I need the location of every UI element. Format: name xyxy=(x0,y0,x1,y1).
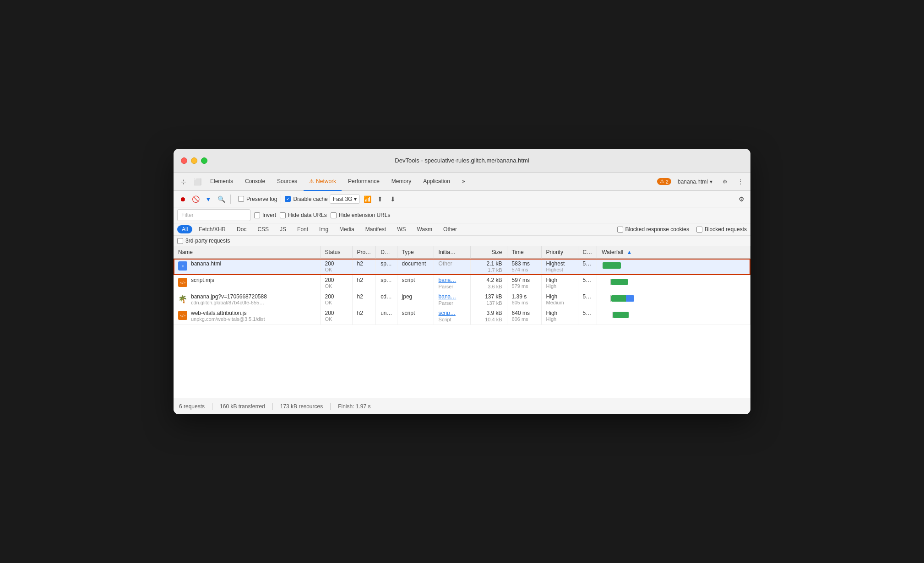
filter-fetch-xhr[interactable]: Fetch/XHR xyxy=(194,225,230,233)
filter-js[interactable]: JS xyxy=(275,225,291,233)
tab-application[interactable]: Application xyxy=(418,173,456,191)
table-row[interactable]: </> web-vitals.attribution.js unpkg.com/… xyxy=(174,308,750,325)
close-button[interactable] xyxy=(181,157,187,164)
waterfall-tick-row2 xyxy=(610,279,611,285)
row2-initiator-cell: bana… Parser xyxy=(434,275,470,292)
row1-waterfall-cell xyxy=(597,259,750,276)
maximize-button[interactable] xyxy=(201,157,207,164)
filter-other[interactable]: Other xyxy=(439,225,462,233)
filter-doc[interactable]: Doc xyxy=(232,225,251,233)
col-time[interactable]: Time xyxy=(507,246,541,259)
current-page-selector[interactable]: banana.html ▾ xyxy=(674,177,716,187)
filter-bar: Invert Hide data URLs Hide extension URL… xyxy=(174,207,750,223)
invert-label[interactable]: Invert xyxy=(254,212,276,218)
row4-protocol-cell: h2 xyxy=(352,308,376,325)
waterfall-bar-row4 xyxy=(613,312,629,318)
col-initiator[interactable]: Initia… xyxy=(434,246,470,259)
third-party-label[interactable]: 3rd-party requests xyxy=(177,238,230,244)
col-waterfall[interactable]: Waterfall ▲ xyxy=(597,246,750,259)
download-icon[interactable]: ⬇ xyxy=(387,194,398,205)
tab-elements[interactable]: Elements xyxy=(205,173,239,191)
search-button[interactable]: 🔍 xyxy=(216,194,227,205)
row1-type-cell: document xyxy=(397,259,434,276)
filter-all[interactable]: All xyxy=(177,225,192,233)
network-settings-icon[interactable]: ⚙ xyxy=(736,194,747,205)
tab-network[interactable]: ⚠ Network xyxy=(304,173,342,191)
row4-size-cell: 3.9 kB 10.4 kB xyxy=(470,308,507,325)
col-status[interactable]: Status xyxy=(320,246,352,259)
table-row[interactable]: </> script.mjs 200 OK xyxy=(174,275,750,292)
disable-cache-checkbox[interactable]: ✓ xyxy=(285,196,291,202)
row1-domain-cell: sp… xyxy=(376,259,397,276)
filter-wasm[interactable]: Wasm xyxy=(413,225,437,233)
record-stop-button[interactable]: ⏺ xyxy=(177,194,188,205)
waterfall-bar-row2 xyxy=(611,279,628,285)
row1-initiator-cell: Other xyxy=(434,259,470,276)
blocked-requests-label[interactable]: Blocked requests xyxy=(696,226,747,233)
table-row[interactable]: 🌴 banana.jpg?v=1705668720588 cdn.glitch.… xyxy=(174,292,750,308)
settings-gear-icon[interactable]: ⚙ xyxy=(719,177,731,187)
row2-protocol-cell: h2 xyxy=(352,275,376,292)
col-connection[interactable]: C… xyxy=(578,246,597,259)
row3-connection-cell: 5… xyxy=(578,292,597,308)
devtools-window: DevTools - speculative-rules.glitch.me/b… xyxy=(174,149,750,414)
filter-input[interactable] xyxy=(177,209,250,221)
row2-time-cell: 597 ms 579 ms xyxy=(507,275,541,292)
hide-data-urls-checkbox[interactable] xyxy=(280,212,286,218)
row2-waterfall-cell xyxy=(597,275,750,292)
throttle-selector[interactable]: Fast 3G ▾ xyxy=(330,195,360,204)
hide-data-urls-label[interactable]: Hide data URLs xyxy=(280,212,327,218)
hide-extension-urls-label[interactable]: Hide extension URLs xyxy=(331,212,391,218)
clear-button[interactable]: 🚫 xyxy=(190,194,201,205)
col-protocol[interactable]: Pro… xyxy=(352,246,376,259)
preserve-log-checkbox[interactable] xyxy=(238,196,244,202)
filter-icon[interactable]: ▼ xyxy=(203,194,214,205)
blocked-response-cookies-label[interactable]: Blocked response cookies xyxy=(617,226,689,233)
third-party-checkbox[interactable] xyxy=(177,238,183,244)
row1-status-cell: 200 OK xyxy=(320,259,352,276)
tab-performance[interactable]: Performance xyxy=(342,173,385,191)
disable-cache-label[interactable]: ✓ Disable cache xyxy=(285,196,327,202)
toolbar-separator-2 xyxy=(281,195,281,204)
blocked-requests-checkbox[interactable] xyxy=(696,227,702,233)
svg-text:</>: </> xyxy=(180,281,186,285)
filter-media[interactable]: Media xyxy=(335,225,359,233)
row3-status-cell: 200 OK xyxy=(320,292,352,308)
warning-badge-icon: ⚠ xyxy=(660,179,664,184)
row2-connection-cell: 5… xyxy=(578,275,597,292)
warning-icon: ⚠ xyxy=(309,178,314,184)
table-header: Name Status Pro… D… Type xyxy=(174,246,750,259)
col-type[interactable]: Type xyxy=(397,246,434,259)
tab-more[interactable]: » xyxy=(457,173,471,191)
file-icon-html: ≡ xyxy=(178,261,187,271)
col-name[interactable]: Name xyxy=(174,246,320,259)
wifi-icon[interactable]: 📶 xyxy=(362,194,373,205)
minimize-button[interactable] xyxy=(191,157,197,164)
tab-console[interactable]: Console xyxy=(239,173,271,191)
filter-css[interactable]: CSS xyxy=(253,225,273,233)
col-priority[interactable]: Priority xyxy=(541,246,578,259)
hide-extension-urls-checkbox[interactable] xyxy=(331,212,337,218)
col-size[interactable]: Size xyxy=(470,246,507,259)
filter-ws[interactable]: WS xyxy=(392,225,410,233)
filter-img[interactable]: Img xyxy=(315,225,333,233)
blocked-response-cookies-checkbox[interactable] xyxy=(617,227,623,233)
inspect-icon[interactable]: ⊹ xyxy=(177,175,190,188)
tab-sources[interactable]: Sources xyxy=(272,173,303,191)
row3-protocol-cell: h2 xyxy=(352,292,376,308)
tab-memory[interactable]: Memory xyxy=(386,173,417,191)
invert-checkbox[interactable] xyxy=(254,212,260,218)
filter-manifest[interactable]: Manifest xyxy=(361,225,391,233)
transferred-size: 160 kB transferred xyxy=(220,403,265,410)
preserve-log-label[interactable]: Preserve log xyxy=(238,196,277,202)
row2-name-cell: </> script.mjs xyxy=(174,275,320,292)
col-domain[interactable]: D… xyxy=(376,246,397,259)
warning-badge[interactable]: ⚠ 2 xyxy=(657,178,671,185)
more-options-icon[interactable]: ⋮ xyxy=(734,177,747,187)
waterfall-tick-row4 xyxy=(612,312,613,318)
filter-font[interactable]: Font xyxy=(293,225,313,233)
device-icon[interactable]: ⬜ xyxy=(191,175,204,188)
upload-icon[interactable]: ⬆ xyxy=(375,194,386,205)
table-row[interactable]: ≡ banana.html 200 OK xyxy=(174,259,750,276)
row1-name-cell: ≡ banana.html xyxy=(174,259,320,276)
